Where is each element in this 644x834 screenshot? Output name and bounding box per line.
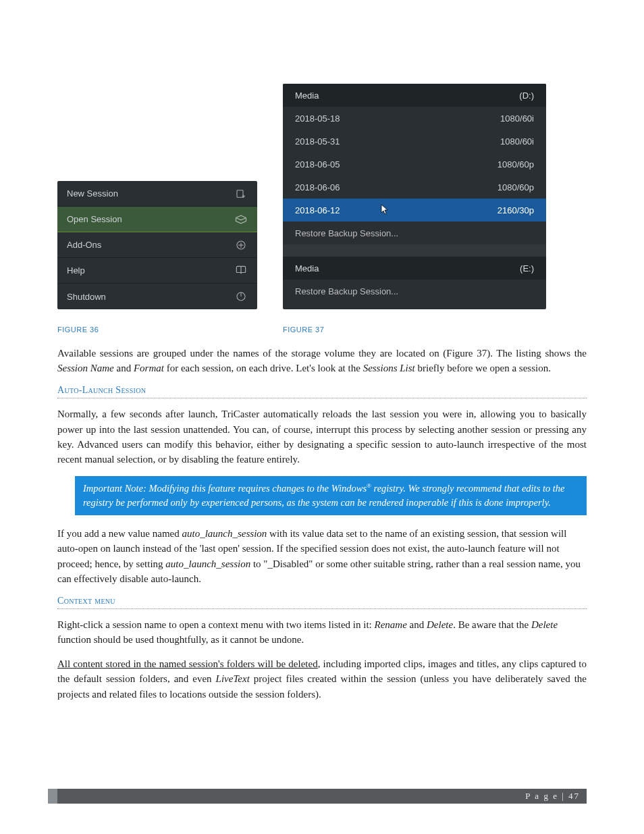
menu-label: Shutdown [67,292,106,302]
session-format: 1080/60p [498,182,534,192]
sessions-list-panel: Media (D:) 2018-05-18 1080/60i 2018-05-3… [283,84,546,309]
menu-label: Help [67,265,85,276]
volume-letter: (E:) [520,263,534,273]
open-session-icon [234,213,248,226]
session-row[interactable]: 2018-05-31 1080/60i [283,130,546,153]
cursor-icon [381,204,389,217]
volume-name: Media [295,90,319,101]
menu-label: Open Session [67,214,122,224]
session-name: 2018-06-12 [295,205,340,215]
menu-label: New Session [67,188,118,199]
paragraph-context-1: Right-click a session name to open a con… [57,617,587,647]
volume-name: Media [295,263,319,273]
paragraph-context-2: All content stored in the named session'… [57,656,587,702]
help-icon [234,264,248,278]
paragraph-auto-launch: Normally, a few seconds after launch, Tr… [57,407,587,467]
session-format: 1080/60p [498,159,534,170]
session-name: 2018-05-18 [295,113,340,124]
heading-auto-launch: Auto-Launch Session [57,385,587,398]
figure-caption-37: FIGURE 37 [283,325,546,334]
restore-backup-d[interactable]: Restore Backup Session... [283,221,546,244]
session-row[interactable]: 2018-06-05 1080/60p [283,153,546,176]
heading-context-menu: Context menu [57,596,587,609]
paragraph-intro: Available sessions are grouped under the… [57,346,587,375]
menu-new-session[interactable]: New Session [57,181,257,207]
menu-shutdown[interactable]: Shutdown [57,284,257,309]
menu-help[interactable]: Help [57,258,257,284]
paragraph-auto-launch-2: If you add a new value named auto_launch… [57,526,587,586]
session-row[interactable]: 2018-05-18 1080/60i [283,107,546,130]
menu-label: Add-Ons [67,240,101,250]
session-name: 2018-06-05 [295,159,340,170]
restore-label: Restore Backup Session... [295,286,398,296]
menu-open-session[interactable]: Open Session [57,207,257,232]
volume-letter: (D:) [519,90,534,101]
addons-icon [234,238,248,252]
session-name: 2018-06-06 [295,182,340,192]
launch-menu-panel: New Session Open Session Add-Ons [57,181,257,309]
session-row-selected[interactable]: 2018-06-12 2160/30p [283,199,546,221]
session-format: 1080/60i [500,136,534,147]
restore-label: Restore Backup Session... [295,228,398,238]
session-row[interactable]: 2018-06-06 1080/60p [283,176,546,199]
session-format: 2160/30p [498,205,534,215]
session-format: 1080/60i [500,113,534,124]
page-number: P a g e | 47 [525,791,580,802]
volume-header-d[interactable]: Media (D:) [283,84,546,107]
menu-addons[interactable]: Add-Ons [57,232,257,258]
restore-backup-e[interactable]: Restore Backup Session... [283,280,546,303]
shutdown-icon [234,290,248,303]
important-note: Important Note: Modifying this feature r… [75,476,587,515]
figure-caption-36: FIGURE 36 [57,325,257,334]
volume-header-e[interactable]: Media (E:) [283,257,546,280]
new-session-icon [234,187,248,201]
page-footer: P a g e | 47 [48,789,587,804]
session-name: 2018-05-31 [295,136,340,147]
